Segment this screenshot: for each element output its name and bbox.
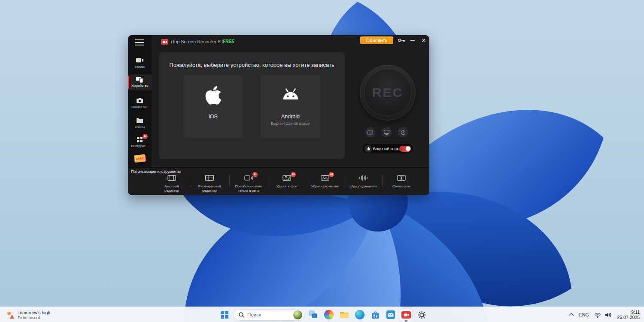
update-button[interactable]: Обновить [360, 36, 393, 44]
window-title: iTop Screen Recorder 6.0 [171, 39, 225, 44]
ai-badge: AI [143, 134, 148, 139]
ai-badge: AI [252, 172, 258, 177]
edge-icon[interactable] [353, 308, 366, 321]
sidebar-item-device[interactable]: Устройство [128, 75, 152, 90]
itop-screen-recorder-window: Запись Устройство Снимок эк... Файлы [128, 35, 429, 195]
tray-overflow-chevron[interactable] [569, 313, 574, 318]
weather-icon [6, 310, 15, 319]
tool-separator [382, 175, 383, 187]
ai-badge: AI [291, 172, 296, 177]
task-view-icon[interactable] [307, 308, 320, 321]
advanced-editor-icon [205, 175, 214, 182]
rec-button-label: REC [372, 85, 403, 100]
tool-separator [306, 175, 306, 187]
taskbar-search[interactable]: Поиск [234, 309, 304, 321]
watermark-drop-icon [365, 145, 372, 153]
sidebar-item-label: Снимок эк... [128, 105, 152, 109]
sidebar: Запись Устройство Снимок эк... Файлы [128, 35, 152, 167]
weather-line1: Tomorrow's high [18, 310, 50, 315]
taskbar: Tomorrow's high To tie record Поиск [0, 307, 644, 322]
file-explorer-icon[interactable] [338, 308, 351, 321]
device-icon [128, 75, 152, 82]
android-logo-icon [281, 86, 301, 100]
settings-icon[interactable] [415, 308, 428, 321]
timer-icon [401, 130, 406, 135]
noise-suppressor-icon [358, 175, 368, 182]
android-label: Android [261, 114, 321, 120]
tray-date: 25.07.2025 [617, 315, 640, 320]
ios-device-card[interactable]: iOS [183, 75, 243, 138]
weather-widget[interactable]: Tomorrow's high To tie record [3, 307, 54, 322]
tool-separator [191, 175, 191, 187]
language-indicator[interactable]: ENG [577, 311, 591, 318]
sale-icon: SALE [134, 154, 146, 163]
menu-hamburger-button[interactable] [135, 39, 144, 45]
close-button[interactable]: ✕ [419, 36, 428, 45]
tool-separator [268, 175, 268, 187]
sidebar-item-screenshot[interactable]: Снимок эк... [128, 96, 152, 109]
tool-separator [229, 175, 230, 187]
tray-time: 9:11 [617, 310, 640, 315]
tool-noise-suppressor[interactable]: Шумоподавитель [344, 175, 382, 189]
ai-badge: AI [329, 172, 334, 177]
screenshot-icon [128, 97, 152, 104]
compressor-icon [397, 175, 406, 182]
start-button[interactable] [218, 308, 231, 321]
titlebar: iTop Screen Recorder 6.0 FREE Обновить ✕ [152, 35, 429, 50]
device-prompt: Пожалуйста, выберите устройство, которое… [159, 52, 345, 68]
apple-logo-icon [205, 84, 222, 106]
keyboard-overlay-button[interactable] [365, 127, 375, 137]
mail-icon[interactable] [384, 308, 397, 321]
sidebar-item-label: Запись [128, 65, 152, 69]
tools-section-title: Потрясающие инструменты [131, 169, 181, 174]
license-key-icon[interactable] [398, 37, 406, 43]
itop-app-icon [161, 39, 168, 45]
text-to-speech-icon: AI [244, 175, 253, 182]
ios-label: iOS [183, 114, 243, 120]
wifi-icon[interactable] [594, 312, 601, 318]
remove-background-icon: AI [282, 175, 292, 182]
tool-compressor[interactable]: Сжиматель [383, 175, 420, 189]
sidebar-item-label: Инструме... [128, 144, 152, 148]
search-icon [239, 312, 244, 318]
watermark-label: Водяной знак [372, 146, 399, 151]
volume-icon[interactable] [605, 312, 611, 318]
sidebar-item-label: Файлы [128, 125, 152, 129]
remove-blur-icon: AI [320, 175, 330, 182]
android-device-card[interactable]: Android Версия 11 или выше [261, 75, 321, 138]
rec-button[interactable]: REC [360, 65, 416, 120]
tool-quick-editor[interactable]: Быстрый редактор [153, 175, 191, 193]
tool-text-to-speech[interactable]: AI Преобразование текста в речь [230, 175, 267, 193]
record-icon [128, 57, 152, 63]
windows-logo-icon [221, 311, 228, 319]
itop-taskbar-icon[interactable] [400, 308, 413, 321]
search-highlight-thumbnail [293, 310, 302, 319]
tool-remove-background[interactable]: AI Удалить фон [268, 175, 306, 189]
recorder-option-buttons [360, 127, 416, 138]
files-folder-icon [128, 117, 152, 124]
watermark-toggle[interactable] [399, 146, 411, 152]
tools-grid-icon: AI [128, 136, 152, 143]
tool-remove-blur[interactable]: AI Убрать размытие [306, 175, 344, 189]
keyboard-icon [368, 130, 373, 135]
sidebar-item-record[interactable]: Запись [128, 56, 152, 69]
minimize-button[interactable] [408, 36, 417, 45]
timer-button[interactable] [398, 127, 408, 137]
tool-separator [344, 175, 344, 187]
tools-strip: Потрясающие инструменты Быстрый редактор… [128, 167, 429, 195]
tool-advanced-editor[interactable]: Расширенный редактор [191, 175, 228, 193]
sidebar-item-files[interactable]: Файлы [128, 116, 152, 129]
sidebar-item-label: Устройство [128, 84, 152, 87]
weather-line2: To tie record [18, 315, 50, 320]
search-placeholder: Поиск [247, 312, 290, 317]
sidebar-item-tools[interactable]: AI Инструме... [128, 135, 152, 148]
desktop: Запись Устройство Снимок эк... Файлы [0, 0, 644, 322]
clock-widget[interactable]: 9:11 25.07.2025 [615, 310, 640, 320]
sidebar-item-sale[interactable]: SALE [128, 154, 152, 162]
free-badge: FREE [223, 39, 234, 44]
monitor-icon [384, 130, 389, 135]
store-icon[interactable] [369, 308, 382, 321]
screen-overlay-button[interactable] [382, 127, 392, 137]
android-subtitle: Версия 11 или выше [261, 121, 321, 126]
photos-icon[interactable] [322, 308, 335, 321]
